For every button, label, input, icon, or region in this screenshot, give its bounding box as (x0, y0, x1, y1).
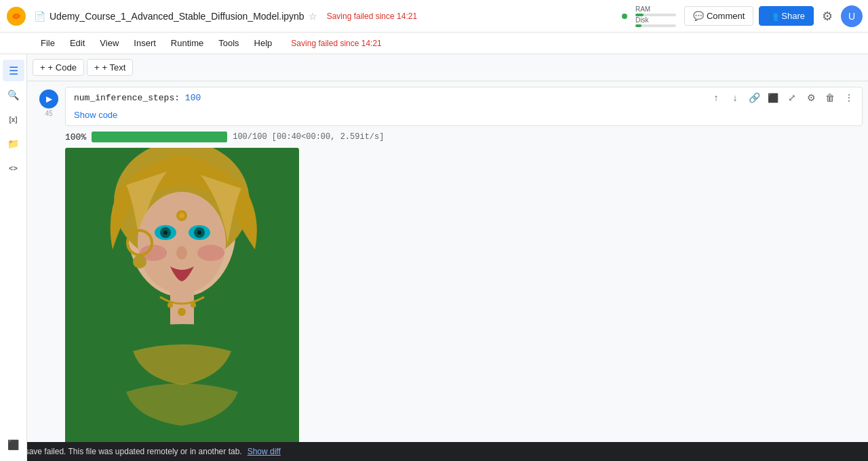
menu-insert[interactable]: Insert (127, 35, 163, 51)
notebook-toolbar: + + Code + + Text (27, 54, 868, 81)
star-icon[interactable]: ☆ (309, 11, 317, 22)
progress-label: 100/100 [00:40<00:00, 2.59it/s] (233, 132, 384, 142)
saving-status: Saving failed since 14:21 (327, 12, 417, 21)
menu-tools[interactable]: Tools (212, 35, 245, 51)
svg-rect-22 (65, 148, 299, 442)
topbar-right: RAM Disk 💬 Comment 👥 Share ⚙ U (622, 5, 863, 27)
image-svg (65, 148, 299, 442)
plus-text-icon: + (94, 62, 100, 73)
cell-container: ▶ 45 num_inference_steps: 100 Show code … (27, 81, 868, 442)
ram-label: RAM (635, 5, 676, 13)
code-cell: ▶ 45 num_inference_steps: 100 Show code … (27, 87, 868, 126)
add-text-button[interactable]: + + Text (87, 59, 133, 76)
add-code-button[interactable]: + + Code (33, 59, 84, 76)
output-content: 100% 100/100 [00:40<00:00, 2.59it/s] (65, 129, 863, 442)
more-options-icon[interactable]: ⋮ (841, 89, 857, 106)
status-bar: Autosave failed. This file was updated r… (0, 442, 868, 461)
sidebar-item-terminal[interactable]: ⬛ (3, 434, 24, 456)
connected-dot (622, 14, 627, 19)
progress-bar-inner (92, 132, 227, 142)
cell-gutter: ▶ 45 (33, 87, 65, 117)
notebook-title-area: 📄 Udemy_Course_1_Advanced_Stable_Diffusi… (34, 11, 622, 22)
sidebar-item-files[interactable]: 📁 (3, 133, 24, 155)
code-label: + Code (48, 62, 77, 73)
comment-icon: 💬 (693, 11, 704, 21)
sidebar-item-menu[interactable]: ☰ (3, 60, 24, 81)
text-label: + Text (102, 62, 125, 73)
svg-point-0 (7, 7, 26, 26)
comment-button[interactable]: 💬 Comment (684, 6, 753, 26)
share-button[interactable]: 👥 Share (759, 6, 814, 26)
topbar: 📄 Udemy_Course_1_Advanced_Stable_Diffusi… (0, 0, 868, 33)
main-content: ▶ 45 num_inference_steps: 100 Show code … (27, 81, 868, 442)
move-down-icon[interactable]: ↓ (727, 89, 743, 106)
disk-fill (635, 24, 642, 27)
output-area: 100% 100/100 [00:40<00:00, 2.59it/s] (27, 129, 868, 442)
cell-number: 45 (45, 110, 52, 117)
colab-logo-icon (5, 5, 27, 27)
progress-container: 100% 100/100 [00:40<00:00, 2.59it/s] (65, 132, 863, 142)
delete-cell-icon[interactable]: 🗑 (822, 89, 838, 106)
generated-image (65, 148, 299, 442)
menu-file[interactable]: File (34, 35, 62, 51)
cell-toolbar-right: ↑ ↓ 🔗 ⬛ ⤢ ⚙ 🗑 ⋮ (708, 89, 857, 106)
run-cell-button[interactable]: ▶ (39, 89, 58, 108)
settings-icon[interactable]: ⚙ (819, 6, 835, 26)
link-icon[interactable]: 🔗 (746, 89, 762, 106)
disk-label: Disk (635, 16, 676, 24)
menu-edit[interactable]: Edit (63, 35, 92, 51)
disk-bar (635, 24, 676, 27)
show-diff-link[interactable]: Show diff (248, 447, 281, 456)
code-key-inference: num_inference_steps: (74, 93, 185, 103)
image-cell-icon[interactable]: ⬛ (765, 89, 781, 106)
progress-percent: 100% (65, 132, 86, 142)
progress-bar-outer (92, 132, 227, 142)
share-icon: 👥 (768, 11, 778, 21)
comment-label: Comment (707, 11, 745, 21)
share-label: Share (781, 11, 805, 21)
plus-code-icon: + (40, 62, 45, 73)
code-value-inference: 100 (185, 93, 201, 103)
notebook-icon: 📄 (34, 11, 45, 22)
left-sidebar: ☰ 🔍 [x] 📁 <> ⬛ (0, 54, 27, 461)
menu-view[interactable]: View (93, 35, 125, 51)
save-failed-message: Saving failed since 14:21 (291, 39, 381, 48)
sidebar-item-code[interactable]: <> (3, 157, 24, 179)
sidebar-item-search[interactable]: 🔍 (3, 84, 24, 106)
ram-disk-indicator: RAM Disk (635, 5, 676, 27)
menu-runtime[interactable]: Runtime (164, 35, 210, 51)
cell-settings-icon[interactable]: ⚙ (803, 89, 819, 106)
menu-bar: File Edit View Insert Runtime Tools Help… (0, 33, 868, 54)
connected-badge (622, 14, 627, 19)
move-up-icon[interactable]: ↑ (708, 89, 724, 106)
menu-help[interactable]: Help (248, 35, 279, 51)
show-code-link[interactable]: Show code (66, 108, 125, 125)
notebook-title[interactable]: Udemy_Course_1_Advanced_Stable_Diffusion… (50, 11, 304, 22)
status-bar-text: Autosave failed. This file was updated r… (8, 447, 242, 456)
user-avatar[interactable]: U (841, 5, 863, 27)
expand-icon[interactable]: ⤢ (784, 89, 800, 106)
sidebar-item-variables[interactable]: [x] (3, 108, 24, 130)
